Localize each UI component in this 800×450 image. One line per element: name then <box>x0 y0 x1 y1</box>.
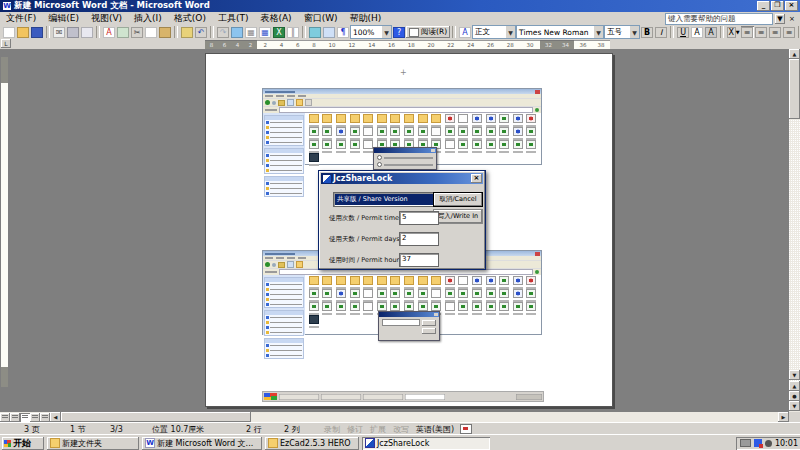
show-hide-icon[interactable]: ¶ <box>337 26 350 38</box>
chevron-down-icon[interactable]: ▼ <box>382 26 391 38</box>
print-icon[interactable] <box>67 26 80 38</box>
minimize-button[interactable]: _ <box>757 1 770 11</box>
permit-days-field[interactable]: 2 <box>399 232 439 246</box>
scroll-down-icon[interactable]: ▼ <box>789 370 800 380</box>
print-preview-icon[interactable] <box>81 26 94 38</box>
font-combobox[interactable]: Times New Roman ▼ <box>516 25 604 39</box>
style-combobox[interactable]: 正文 ▼ <box>472 25 516 39</box>
align-justify-icon[interactable]: ≡ <box>741 26 754 38</box>
web-layout-view-button[interactable] <box>10 413 20 422</box>
restore-button[interactable]: ❒ <box>771 1 784 11</box>
underline-icon[interactable]: U <box>677 26 690 38</box>
document-area[interactable]: + <box>9 49 789 412</box>
help-dropdown-icon[interactable]: ▼ <box>775 14 785 24</box>
undo-icon[interactable]: ↶ <box>195 26 208 38</box>
bold-icon[interactable]: B <box>641 26 654 38</box>
align-distributed-icon[interactable]: ≡ <box>783 26 796 38</box>
reading-layout-view-button[interactable] <box>40 413 50 422</box>
dialog-title-bar[interactable]: JczShareLock × <box>321 173 483 184</box>
menu-help[interactable]: 帮助(H) <box>344 12 388 24</box>
menu-file[interactable]: 文件(F) <box>0 12 42 24</box>
taskbar-task[interactable]: EzCad2.5.3 HERO <box>265 437 359 450</box>
italic-icon[interactable]: I <box>655 26 668 38</box>
menu-table[interactable]: 表格(A) <box>254 12 297 24</box>
printer-icon[interactable] <box>740 439 751 447</box>
taskbar-task[interactable]: W新建 Microsoft Word 文... <box>142 437 262 450</box>
tab-selector[interactable]: L <box>1 39 11 48</box>
close-button[interactable]: × <box>785 1 798 11</box>
save-icon[interactable] <box>31 26 44 38</box>
new-document-icon[interactable] <box>3 26 16 38</box>
menu-edit[interactable]: 编辑(E) <box>42 12 85 24</box>
align-right-icon[interactable]: ≡ <box>769 26 782 38</box>
permit-hours-field[interactable]: 37 <box>399 253 439 267</box>
cancel-button[interactable]: 取消/Cancel <box>433 192 483 207</box>
zoom-combobox[interactable]: 100% ▼ <box>350 25 392 39</box>
vertical-scroll-thumb[interactable] <box>789 59 800 119</box>
character-shading-icon[interactable]: A <box>705 26 718 38</box>
hyperlink-icon[interactable] <box>231 26 244 38</box>
document-map-icon[interactable] <box>323 26 336 38</box>
character-scale-icon[interactable]: X▼ <box>727 26 740 38</box>
align-center-icon[interactable]: ≡ <box>755 26 768 38</box>
drawing-icon[interactable] <box>309 26 322 38</box>
chevron-down-icon[interactable]: ▼ <box>630 26 639 38</box>
scroll-up-icon[interactable]: ▲ <box>789 49 800 59</box>
chevron-down-icon[interactable]: ▼ <box>736 29 740 35</box>
scroll-right-icon[interactable]: ▶ <box>778 412 789 422</box>
start-button[interactable]: 开始 <box>2 437 44 450</box>
previous-page-icon[interactable]: ▲ <box>789 381 800 391</box>
tables-borders-icon[interactable]: ▦ <box>245 26 258 38</box>
gear-icon[interactable] <box>765 440 772 447</box>
task-panel-box <box>264 338 304 359</box>
next-page-icon[interactable]: ▼ <box>789 401 800 411</box>
ruler-number: 6 <box>223 42 227 48</box>
insert-table-icon[interactable]: ▦ <box>259 26 272 38</box>
menu-insert[interactable]: 插入(I) <box>128 12 168 24</box>
copy-icon[interactable] <box>145 26 158 38</box>
spelling-icon[interactable]: A <box>103 26 116 38</box>
write-in-button[interactable]: 写入/Write In <box>433 209 483 224</box>
character-border-icon[interactable]: A <box>691 26 704 38</box>
select-browse-object-icon[interactable]: ● <box>789 391 800 401</box>
chevron-down-icon[interactable]: ▼ <box>506 26 515 38</box>
font-size-combobox[interactable]: 五号 ▼ <box>604 25 640 39</box>
menu-window[interactable]: 窗口(W) <box>298 12 344 24</box>
columns-icon[interactable]: ‖ <box>287 26 300 38</box>
vertical-scrollbar[interactable]: ▲ ▼ ▲ ● ▼ <box>789 49 800 412</box>
close-document-button[interactable]: × <box>787 14 797 24</box>
file-icon <box>307 153 321 166</box>
paste-icon[interactable] <box>159 26 172 38</box>
help-question-input[interactable]: 键入需要帮助的问题 <box>665 13 773 25</box>
format-painter-icon[interactable] <box>181 26 194 38</box>
mail-icon[interactable]: ✉ <box>53 26 66 38</box>
read-mode-button[interactable]: 阅读(R) <box>406 26 450 38</box>
permit-times-field[interactable]: 5 <box>399 211 439 225</box>
jczsharelock-dialog[interactable]: JczShareLock × 共享版 / Share Version ▼ 取消/… <box>318 170 486 270</box>
vertical-ruler[interactable] <box>0 49 9 412</box>
insert-excel-icon[interactable]: X <box>273 26 286 38</box>
chevron-down-icon[interactable]: ▼ <box>594 26 603 38</box>
redo-icon[interactable]: ↷ <box>217 26 230 38</box>
file-icon <box>457 127 471 140</box>
horizontal-scroll-thumb[interactable] <box>61 412 251 422</box>
menu-tools[interactable]: 工具(T) <box>212 12 255 24</box>
menu-format[interactable]: 格式(O) <box>168 12 212 24</box>
horizontal-ruler[interactable]: L 8642 24681012141618202224262830 3234 3… <box>0 39 800 49</box>
research-icon[interactable] <box>117 26 130 38</box>
version-combobox[interactable]: 共享版 / Share Version ▼ <box>333 192 447 207</box>
open-icon[interactable] <box>17 26 30 38</box>
menu-view[interactable]: 视图(V) <box>85 12 128 24</box>
print-layout-view-button[interactable] <box>20 413 30 422</box>
normal-view-button[interactable] <box>0 413 10 422</box>
taskbar-task[interactable]: JczShareLock <box>362 437 490 450</box>
scroll-left-icon[interactable]: ◀ <box>50 412 61 422</box>
input-language-icon[interactable] <box>754 439 762 447</box>
taskbar-task[interactable]: 新建文件夹 <box>47 437 139 450</box>
outline-view-button[interactable] <box>30 413 40 422</box>
styles-pane-icon[interactable]: A <box>459 26 472 38</box>
dialog-close-button[interactable]: × <box>471 174 482 183</box>
cut-icon[interactable]: ✂ <box>131 26 144 38</box>
horizontal-scrollbar[interactable]: ◀ ▶ <box>0 412 789 422</box>
help-icon[interactable]: ? <box>393 26 406 38</box>
